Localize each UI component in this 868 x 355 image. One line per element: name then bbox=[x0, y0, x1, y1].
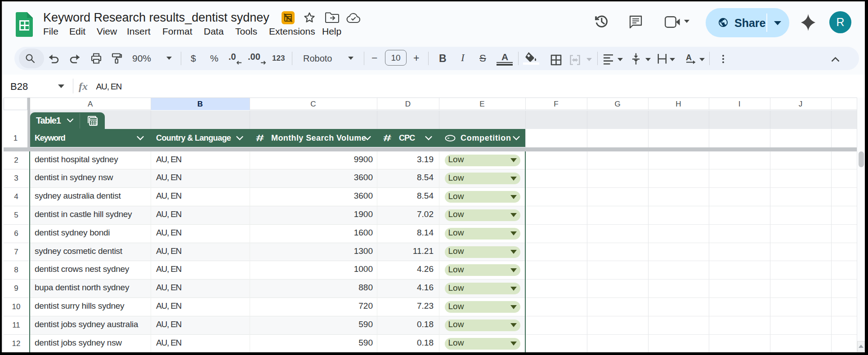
svg-text:A: A bbox=[686, 53, 692, 62]
